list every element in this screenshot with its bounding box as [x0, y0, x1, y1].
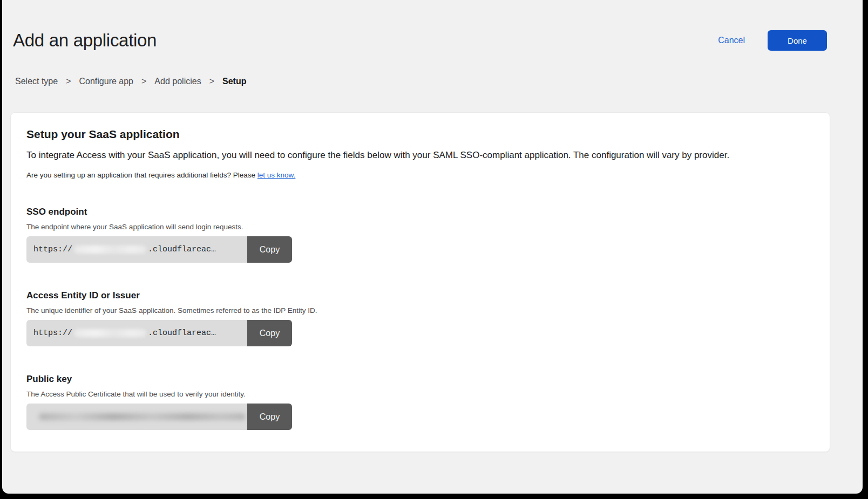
field-group-sso-endpoint: SSO endpoint The endpoint where your Saa…	[26, 207, 813, 263]
field-label: Access Entity ID or Issuer	[26, 290, 813, 301]
value-prefix: https://	[33, 245, 72, 254]
field-group-entity-id: Access Entity ID or Issuer The unique id…	[26, 290, 813, 346]
page-title: Add an application	[13, 30, 157, 51]
copy-button[interactable]: Copy	[247, 404, 292, 430]
let-us-know-link[interactable]: let us know.	[257, 171, 296, 179]
redacted-text	[39, 413, 246, 420]
page-header: Add an application Cancel Done	[2, 0, 863, 51]
breadcrumb-select-type[interactable]: Select type	[15, 77, 58, 86]
cancel-button[interactable]: Cancel	[718, 36, 745, 45]
field-description: The Access Public Certificate that will …	[26, 390, 813, 398]
breadcrumb-configure-app[interactable]: Configure app	[79, 77, 134, 86]
card-heading: Setup your SaaS application	[26, 128, 813, 141]
card-description: To integrate Access with your SaaS appli…	[26, 150, 813, 161]
screenshot-frame: Add an application Cancel Done Select ty…	[0, 0, 868, 499]
value-prefix: https://	[33, 329, 72, 338]
public-key-copy-row: Copy	[26, 404, 292, 430]
header-actions: Cancel Done	[718, 30, 827, 51]
breadcrumb-add-policies[interactable]: Add policies	[154, 77, 201, 86]
sso-endpoint-copy-row: https://.cloudflareac… Copy	[26, 236, 292, 263]
field-group-public-key: Public key The Access Public Certificate…	[26, 374, 813, 430]
field-description: The endpoint where your SaaS application…	[26, 223, 813, 231]
field-description: The unique identifier of your SaaS appli…	[26, 306, 813, 315]
copy-button[interactable]: Copy	[247, 320, 292, 346]
field-label: SSO endpoint	[26, 207, 813, 217]
value-suffix: .cloudflareac…	[148, 329, 216, 338]
breadcrumb: Select type > Configure app > Add polici…	[15, 77, 863, 86]
entity-id-copy-row: https://.cloudflareac… Copy	[26, 320, 292, 346]
card-note-text: Are you setting up an application that r…	[26, 171, 255, 179]
add-application-page: Add an application Cancel Done Select ty…	[2, 0, 863, 494]
value-suffix: .cloudflareac…	[148, 245, 216, 254]
public-key-value	[26, 404, 247, 430]
sso-endpoint-value: https://.cloudflareac…	[26, 236, 247, 263]
card-note: Are you setting up an application that r…	[26, 171, 813, 179]
setup-card: Setup your SaaS application To integrate…	[10, 112, 830, 452]
entity-id-value: https://.cloudflareac…	[26, 320, 247, 346]
breadcrumb-separator: >	[141, 77, 146, 86]
breadcrumb-separator: >	[209, 77, 214, 86]
breadcrumb-separator: >	[66, 77, 71, 86]
copy-button[interactable]: Copy	[247, 236, 292, 263]
redacted-text	[74, 245, 146, 254]
done-button[interactable]: Done	[768, 30, 827, 51]
field-label: Public key	[26, 374, 813, 385]
breadcrumb-setup[interactable]: Setup	[222, 77, 246, 86]
redacted-text	[74, 329, 146, 337]
